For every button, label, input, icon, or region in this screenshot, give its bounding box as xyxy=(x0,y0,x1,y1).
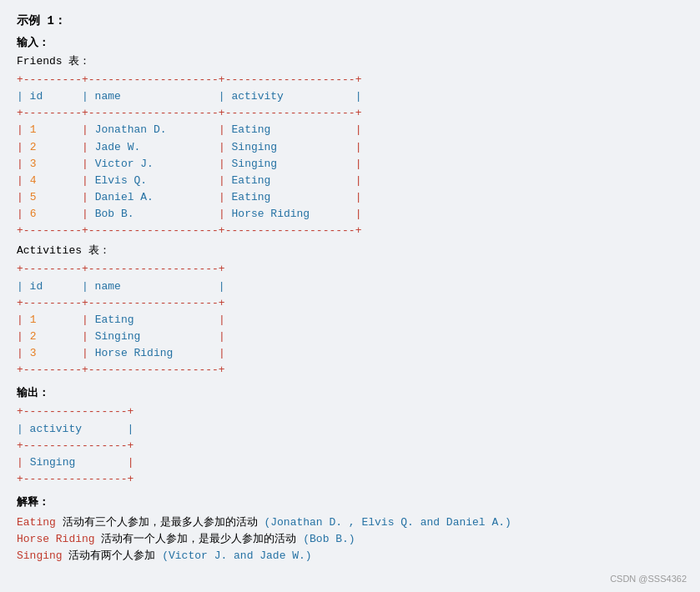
friends-table: +---------+--------------------+--------… xyxy=(17,72,683,239)
output-label: 输出： xyxy=(17,385,683,400)
input-label: 输入： xyxy=(17,35,683,50)
explain-line: Eating 活动有三个人参加，是最多人参加的活动 (Jonathan D. ,… xyxy=(17,514,683,529)
input-section: 输入： Friends 表： +---------+--------------… xyxy=(17,35,683,379)
explain-label: 解释： xyxy=(17,494,683,509)
example-title: 示例 1： xyxy=(17,13,683,28)
explain-line: Singing 活动有两个人参加 (Victor J. and Jade W.) xyxy=(17,548,683,563)
activities-table: +---------+--------------------+ | id | … xyxy=(17,261,683,379)
friends-table-block: Friends 表： +---------+------------------… xyxy=(17,53,683,239)
watermark: CSDN @SSS4362 xyxy=(610,574,687,583)
activities-table-block: Activities 表： +---------+---------------… xyxy=(17,243,683,379)
explain-line: Horse Riding 活动有一个人参加，是最少人参加的活动 (Bob B.) xyxy=(17,531,683,546)
explain-block: Eating 活动有三个人参加，是最多人参加的活动 (Jonathan D. ,… xyxy=(17,514,683,563)
output-table: +----------------+ | activity | +-------… xyxy=(17,404,683,488)
output-section: 输出： +----------------+ | activity | +---… xyxy=(17,385,683,488)
friends-table-label: Friends 表： xyxy=(17,53,683,68)
explain-section: 解释： Eating 活动有三个人参加，是最多人参加的活动 (Jonathan … xyxy=(17,494,683,563)
activities-table-label: Activities 表： xyxy=(17,243,683,258)
